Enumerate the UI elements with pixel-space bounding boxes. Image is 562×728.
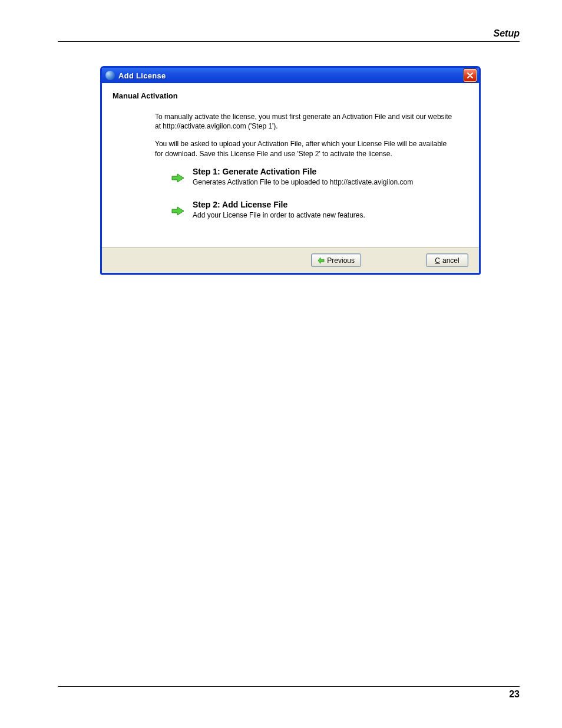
cancel-mnemonic: C xyxy=(435,256,440,265)
page-header: Setup xyxy=(58,28,520,42)
cancel-button[interactable]: Cancel xyxy=(426,253,468,267)
step-2-text: Step 2: Add License File Add your Licens… xyxy=(193,200,365,220)
arrow-right-icon xyxy=(171,167,188,185)
page-footer: 23 xyxy=(58,686,520,700)
button-bar: Previous Cancel xyxy=(102,247,479,273)
step-1-description: Generates Activation File to be uploaded… xyxy=(193,177,413,187)
dialog-body: Manual Activation To manually activate t… xyxy=(102,83,479,247)
cancel-label-rest: ancel xyxy=(442,256,459,265)
app-icon xyxy=(105,71,115,80)
add-license-dialog: Add License Manual Activation To manuall… xyxy=(100,66,481,275)
close-icon xyxy=(467,71,473,80)
page-number: 23 xyxy=(58,686,520,700)
step-1-text: Step 1: Generate Activation File Generat… xyxy=(193,167,413,187)
header-section-title: Setup xyxy=(58,28,520,42)
document-page: Setup Add License Manual Activation To m… xyxy=(0,0,562,728)
arrow-left-icon xyxy=(318,257,325,264)
section-title: Manual Activation xyxy=(113,91,468,100)
arrow-right-icon xyxy=(171,200,188,218)
step-2-title: Step 2: Add License File xyxy=(193,200,365,209)
intro-paragraph-1: To manually activate the license, you mu… xyxy=(155,112,457,131)
step-1-generate-activation-file[interactable]: Step 1: Generate Activation File Generat… xyxy=(171,167,457,187)
previous-button[interactable]: Previous xyxy=(311,253,361,267)
step-2-add-license-file[interactable]: Step 2: Add License File Add your Licens… xyxy=(171,200,457,220)
previous-label: Previous xyxy=(327,256,355,265)
window-title: Add License xyxy=(118,71,464,80)
step-1-title: Step 1: Generate Activation File xyxy=(193,167,413,176)
step-2-description: Add your License File in order to activa… xyxy=(193,210,365,220)
intro-paragraph-2: You will be asked to upload your Activat… xyxy=(155,139,457,158)
title-bar[interactable]: Add License xyxy=(102,68,479,83)
close-button[interactable] xyxy=(464,69,477,82)
